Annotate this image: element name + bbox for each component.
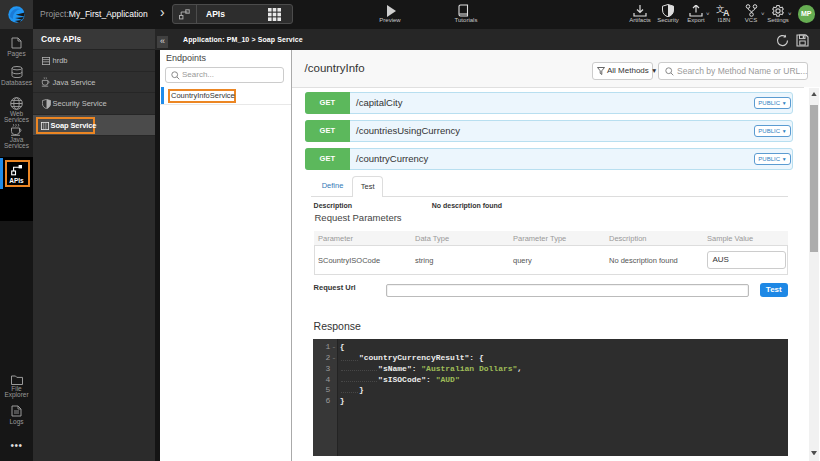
svg-text:A: A	[723, 8, 730, 17]
